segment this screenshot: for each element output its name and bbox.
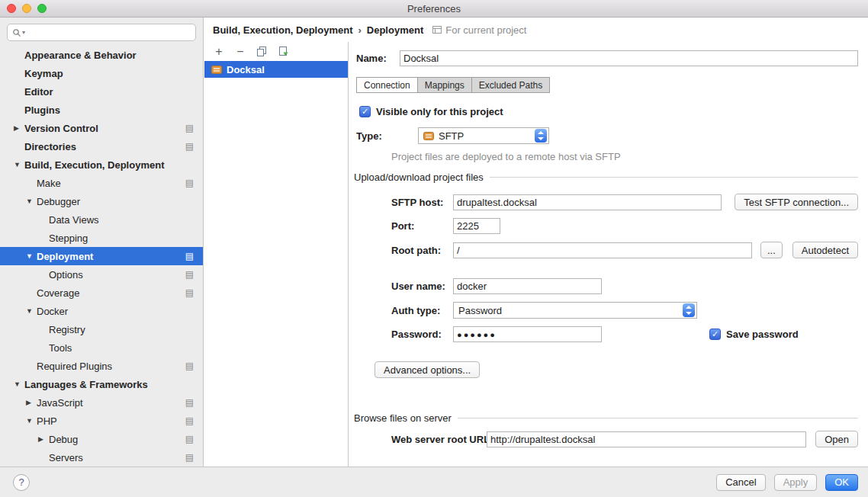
sidebar-item-stepping[interactable]: Stepping	[0, 229, 203, 247]
minimize-button[interactable]	[22, 4, 31, 13]
expand-arrow-icon[interactable]: ▼	[26, 252, 37, 260]
sftp-host-label: SFTP host:	[391, 197, 453, 208]
sidebar-item-tools[interactable]: Tools	[0, 338, 203, 357]
visible-only-checkbox[interactable]: ✓	[359, 106, 371, 117]
sidebar-item-label: Debug	[49, 434, 78, 445]
expand-arrow-icon[interactable]: ▼	[14, 380, 24, 388]
sidebar-item-editor[interactable]: Editor	[0, 82, 203, 101]
sidebar-item-build-execution-deployment[interactable]: ▼Build, Execution, Deployment	[0, 156, 203, 174]
browse-root-path-button[interactable]: ...	[760, 242, 783, 258]
sidebar-item-label: Languages & Frameworks	[24, 379, 148, 390]
expand-arrow-icon[interactable]: ▼	[14, 161, 24, 168]
auth-type-label: Auth type:	[391, 305, 453, 316]
sidebar-item-languages-frameworks[interactable]: ▼Languages & Frameworks	[0, 375, 203, 393]
test-sftp-connection-button[interactable]: Test SFTP connection...	[735, 194, 858, 210]
autodetect-button[interactable]: Autodetect	[792, 242, 858, 258]
name-row: Name:	[356, 50, 858, 66]
breadcrumb-build-execution-deployment[interactable]: Build, Execution, Deployment	[213, 24, 352, 36]
sidebar-item-options[interactable]: Options▤	[0, 265, 203, 284]
sidebar-item-data-views[interactable]: Data Views	[0, 210, 203, 229]
expand-arrow-icon[interactable]: ▼	[26, 197, 37, 205]
copy-button[interactable]	[256, 46, 268, 58]
paste-button[interactable]	[277, 46, 289, 58]
project-settings-icon: ▤	[185, 453, 194, 462]
dropdown-stepper-icon[interactable]	[535, 129, 547, 143]
add-button[interactable]: +	[213, 46, 225, 58]
sidebar-item-required-plugins[interactable]: Required Plugins▤	[0, 357, 203, 375]
sidebar-item-label: PHP	[37, 415, 57, 427]
window-title: Preferences	[407, 3, 461, 14]
sftp-icon	[423, 132, 434, 140]
remove-button[interactable]: −	[234, 46, 246, 58]
advanced-options-button[interactable]: Advanced options...	[375, 361, 480, 378]
close-button[interactable]	[7, 4, 16, 13]
expand-arrow-icon[interactable]: ▼	[26, 417, 37, 425]
tab-excluded-paths[interactable]: Excluded Paths	[471, 77, 550, 93]
check-icon: ✓	[362, 107, 368, 116]
auth-type-select[interactable]: Password	[453, 302, 697, 319]
project-settings-icon: ▤	[185, 142, 194, 151]
user-name-label: User name:	[391, 281, 453, 292]
sidebar-item-version-control[interactable]: ▶Version Control▤	[0, 119, 203, 137]
sidebar-item-label: Directories	[24, 141, 76, 152]
expand-arrow-icon[interactable]: ▶	[38, 435, 49, 443]
settings-sidebar: ▾ Appearance & Behavior Keymap Editor Pl…	[0, 18, 204, 467]
sidebar-item-javascript[interactable]: ▶JavaScript▤	[0, 393, 203, 412]
sidebar-item-deployment[interactable]: ▼Deployment▤	[0, 247, 203, 265]
sftp-host-field[interactable]	[453, 194, 722, 210]
breadcrumb: Build, Execution, Deployment › Deploymen…	[204, 18, 868, 42]
sidebar-item-registry[interactable]: Registry	[0, 320, 203, 338]
chevron-down-icon[interactable]: ▾	[22, 29, 25, 36]
password-field[interactable]	[453, 326, 602, 342]
sidebar-item-label: Build, Execution, Deployment	[24, 159, 164, 171]
sidebar-item-plugins[interactable]: Plugins	[0, 101, 203, 119]
apply-button[interactable]: Apply	[774, 474, 818, 491]
save-password-checkbox[interactable]: ✓	[709, 329, 721, 340]
zoom-button[interactable]	[37, 4, 47, 13]
type-row: Type: SFTP	[356, 127, 858, 144]
sidebar-item-label: Deployment	[37, 251, 93, 262]
sidebar-item-debugger[interactable]: ▼Debugger	[0, 192, 203, 210]
browse-section-header: Browse files on server	[354, 412, 858, 424]
sidebar-item-coverage[interactable]: Coverage▤	[0, 284, 203, 302]
sidebar-item-label: Registry	[49, 324, 85, 335]
settings-search-box[interactable]: ▾	[7, 24, 196, 41]
server-list-item-docksal[interactable]: Docksal	[204, 61, 348, 78]
project-settings-icon: ▤	[185, 416, 194, 425]
search-input[interactable]	[26, 25, 191, 40]
expand-arrow-icon[interactable]: ▶	[26, 399, 37, 406]
project-settings-icon: ▤	[185, 398, 194, 407]
visible-only-row: ✓ Visible only for this project	[359, 106, 858, 117]
sidebar-item-label: Version Control	[24, 123, 98, 134]
dropdown-stepper-icon[interactable]	[683, 303, 695, 317]
sidebar-item-servers[interactable]: Servers▤	[0, 448, 203, 467]
sidebar-item-directories[interactable]: Directories▤	[0, 137, 203, 156]
type-select[interactable]: SFTP	[418, 127, 549, 144]
save-password-label: Save password	[726, 329, 799, 340]
expand-arrow-icon[interactable]: ▼	[26, 307, 37, 315]
user-name-field[interactable]	[453, 278, 602, 294]
port-row: Port:	[391, 218, 858, 234]
web-root-field[interactable]	[487, 431, 806, 447]
password-row: Password: ✓ Save password	[391, 326, 858, 342]
name-field[interactable]	[400, 50, 858, 66]
tab-connection[interactable]: Connection	[356, 77, 418, 93]
sidebar-item-label: Editor	[24, 86, 53, 98]
sidebar-item-appearance-behavior[interactable]: Appearance & Behavior	[0, 46, 203, 64]
sidebar-item-php[interactable]: ▼PHP▤	[0, 412, 203, 430]
sidebar-item-label: Stepping	[49, 232, 88, 244]
cancel-button[interactable]: Cancel	[716, 474, 765, 491]
open-button[interactable]: Open	[815, 431, 858, 447]
tab-mappings[interactable]: Mappings	[417, 77, 472, 93]
section-divider	[458, 418, 858, 418]
expand-arrow-icon[interactable]: ▶	[14, 124, 24, 132]
auth-type-value: Password	[458, 305, 678, 316]
sidebar-item-docker[interactable]: ▼Docker	[0, 302, 203, 320]
root-path-field[interactable]	[453, 242, 752, 258]
port-field[interactable]	[453, 218, 500, 234]
ok-button[interactable]: OK	[825, 474, 858, 491]
sidebar-item-keymap[interactable]: Keymap	[0, 64, 203, 82]
sidebar-item-debug[interactable]: ▶Debug▤	[0, 430, 203, 448]
help-button[interactable]: ?	[13, 474, 30, 491]
sidebar-item-make[interactable]: Make▤	[0, 174, 203, 192]
